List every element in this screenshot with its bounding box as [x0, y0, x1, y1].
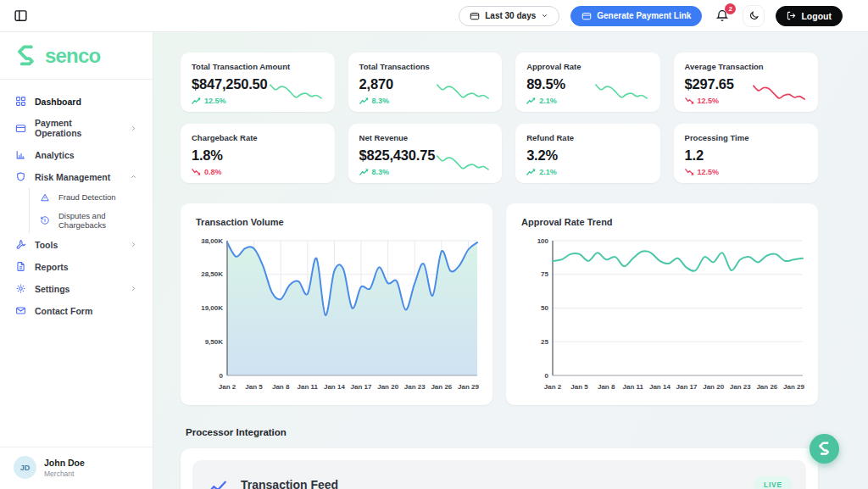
sidebar-item-reports[interactable]: Reports — [8, 256, 144, 277]
bar-chart-icon — [15, 149, 26, 160]
live-badge: LIVE — [754, 476, 793, 489]
svg-text:Jan 14: Jan 14 — [649, 383, 670, 391]
svg-text:Jan 11: Jan 11 — [298, 383, 319, 391]
svg-text:Jan 26: Jan 26 — [756, 383, 777, 391]
transaction-volume-chart-card: Transaction Volume 09,50K19,00K28,50K38,… — [181, 203, 492, 405]
sidebar-toggle-button[interactable] — [12, 7, 30, 25]
stat-card: Processing Time 1.2 12.5% — [674, 124, 818, 183]
stat-value: 2,870 — [359, 76, 393, 92]
svg-text:0: 0 — [545, 372, 549, 380]
charts-row: Transaction Volume 09,50K19,00K28,50K38,… — [181, 203, 818, 405]
trend-up-icon — [526, 97, 536, 105]
chevron-down-icon — [541, 12, 548, 19]
stat-sparkline — [268, 78, 324, 105]
approval-rate-trend-chart: 0255075100Jan 2Jan 5Jan 8Jan 11Jan 14Jan… — [517, 235, 807, 396]
chevron-up-icon — [130, 173, 137, 181]
notification-badge: 2 — [725, 3, 736, 14]
svg-text:0: 0 — [220, 372, 224, 380]
credit-card-icon — [581, 11, 592, 21]
sidebar: senco Dashboard Payment Operations Analy… — [0, 32, 153, 489]
senco-logo-icon — [816, 441, 832, 457]
stat-value: $297.65 — [685, 76, 734, 92]
svg-text:Jan 11: Jan 11 — [623, 383, 644, 391]
user-role: Merchant — [44, 470, 85, 478]
stat-sparkline — [593, 78, 649, 105]
activity-icon — [206, 479, 228, 489]
stat-title: Net Revenue — [359, 133, 492, 142]
svg-text:Jan 2: Jan 2 — [219, 383, 236, 391]
svg-text:Jan 20: Jan 20 — [703, 383, 724, 391]
panel-left-icon — [14, 8, 28, 23]
notifications-button[interactable]: 2 — [713, 7, 732, 25]
approval-rate-trend-chart-card: Approval Rate Trend 0255075100Jan 2Jan 5… — [506, 203, 818, 405]
sidebar-item-dashboard[interactable]: Dashboard — [8, 91, 144, 112]
stat-change-value: 12.5% — [698, 97, 720, 105]
logout-button[interactable]: Logout — [776, 6, 843, 26]
stat-card: Chargeback Rate 1.8% 0.8% — [181, 124, 335, 183]
main-content: Total Transaction Amount $847,250.50 12.… — [153, 32, 868, 489]
moon-icon — [748, 10, 760, 21]
sidebar-item-analytics[interactable]: Analytics — [8, 144, 144, 165]
svg-text:28,50K: 28,50K — [201, 270, 223, 278]
trend-up-icon — [359, 97, 369, 105]
chart-title: Transaction Volume — [196, 217, 482, 227]
date-range-select[interactable]: Last 30 days — [459, 6, 559, 26]
stat-value: $847,250.50 — [192, 76, 268, 92]
trend-down-icon — [192, 168, 201, 176]
user-profile[interactable]: JD John Doe Merchant — [0, 447, 153, 489]
stat-change: 12.5% — [685, 168, 720, 176]
stat-change: 2.1% — [526, 168, 558, 176]
trend-up-icon — [192, 97, 201, 105]
svg-text:Jan 2: Jan 2 — [544, 383, 562, 391]
trend-up-icon — [359, 168, 369, 176]
file-icon — [15, 261, 26, 272]
svg-text:38,00K: 38,00K — [201, 237, 223, 245]
svg-text:19,00K: 19,00K — [201, 304, 223, 312]
brand-name: senco — [45, 46, 100, 66]
logout-label: Logout — [801, 11, 832, 21]
svg-text:100: 100 — [537, 237, 549, 245]
stat-value: 89.5% — [526, 76, 565, 92]
sidebar-item-fraud-detection[interactable]: Fraud Detection — [35, 188, 144, 206]
sidebar-item-contact-form[interactable]: Contact Form — [8, 300, 144, 321]
risk-management-submenu: Fraud Detection Disputes and Chargebacks — [29, 188, 144, 233]
topbar-actions: Last 30 days Generate Payment Link 2 Log… — [459, 5, 843, 27]
calendar-icon — [470, 11, 480, 21]
sidebar-item-payment-operations[interactable]: Payment Operations — [8, 113, 144, 143]
svg-text:Jan 20: Jan 20 — [377, 383, 398, 391]
svg-text:9,50K: 9,50K — [205, 338, 224, 346]
stat-card: Total Transactions 2,870 8.3% — [348, 53, 503, 112]
transaction-feed-title: Transaction Feed — [241, 478, 741, 489]
stat-title: Chargeback Rate — [192, 133, 324, 142]
trend-down-icon — [685, 168, 694, 176]
transaction-feed-header: Transaction Feed LIVE — [192, 460, 806, 489]
chart-title: Approval Rate Trend — [521, 217, 808, 227]
svg-text:Jan 8: Jan 8 — [598, 383, 615, 391]
stat-change: 8.3% — [359, 97, 393, 105]
sidebar-item-disputes-and-chargebacks[interactable]: Disputes and Chargebacks — [35, 207, 144, 233]
stat-sparkline — [435, 149, 491, 176]
topbar: Last 30 days Generate Payment Link 2 Log… — [0, 0, 868, 32]
svg-text:Jan 23: Jan 23 — [730, 383, 751, 391]
credit-card-icon — [15, 123, 26, 134]
user-name: John Doe — [44, 458, 85, 468]
theme-toggle-button[interactable] — [743, 5, 765, 27]
stat-change-value: 2.1% — [539, 97, 557, 105]
user-info: John Doe Merchant — [44, 458, 85, 478]
svg-text:Jan 23: Jan 23 — [404, 383, 426, 391]
svg-text:Jan 29: Jan 29 — [458, 383, 479, 391]
stat-sparkline — [751, 78, 807, 105]
senco-fab-button[interactable] — [810, 434, 839, 464]
dashboard-icon — [15, 96, 26, 107]
svg-text:Jan 17: Jan 17 — [351, 383, 372, 391]
sidebar-item-risk-management[interactable]: Risk Management — [8, 166, 144, 187]
sidebar-item-tools[interactable]: Tools — [8, 234, 144, 255]
chevron-right-icon — [130, 285, 137, 292]
stat-change-value: 8.3% — [372, 168, 390, 176]
senco-logo-icon — [14, 43, 39, 69]
chevron-right-icon — [130, 241, 137, 248]
brand-logo[interactable]: senco — [0, 32, 153, 80]
sidebar-item-settings[interactable]: Settings — [8, 278, 144, 299]
stat-card: Average Transaction $297.65 12.5% — [674, 53, 818, 112]
generate-payment-link-button[interactable]: Generate Payment Link — [570, 6, 702, 26]
